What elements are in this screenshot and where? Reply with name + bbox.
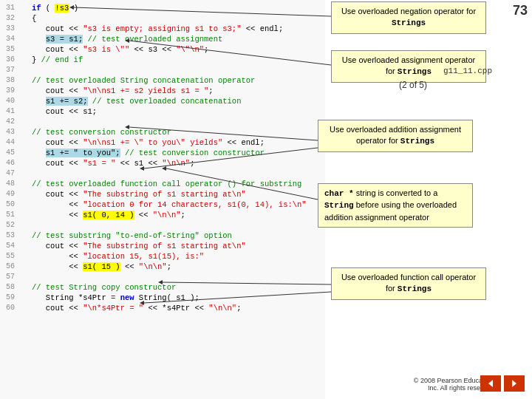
code-panel: 31 if ( !s3 ) 32 { 33 cout << "s3 is emp…	[0, 0, 325, 399]
code-line-50: 50 << "location 0 for 14 characters, s1(…	[1, 200, 324, 210]
code-line-60: 60 cout << "\n*s4Ptr = " << *s4Ptr << "\…	[1, 303, 324, 313]
code-line-45: 45 s1 += " to you"; // test conversion c…	[1, 148, 324, 158]
svg-marker-14	[488, 380, 493, 387]
code-line-31: 31 if ( !s3 )	[1, 3, 324, 13]
page-indicator: (2 of 5)	[399, 80, 427, 90]
callout-function-call-text: Use overloaded function call operator fo…	[341, 273, 476, 293]
callout-negation-text: Use overloaded negation operator for Str…	[341, 7, 476, 27]
callout-function-call: Use overloaded function call operator fo…	[331, 267, 486, 300]
callout-char-note: char * string is converted to a String b…	[318, 183, 473, 228]
nav-buttons	[480, 375, 525, 392]
code-line-57: 57	[1, 272, 324, 282]
code-line-59: 59 String *s4Ptr = new String( s1 );	[1, 293, 324, 303]
code-line-53: 53 // test substring "to-end-of-String" …	[1, 231, 324, 241]
code-line-58: 58 // test String copy constructor	[1, 282, 324, 293]
callout-negation: Use overloaded negation operator for Str…	[331, 1, 486, 34]
forward-button[interactable]	[504, 375, 525, 392]
code-line-54: 54 cout << "The substring of s1 starting…	[1, 241, 324, 251]
back-button[interactable]	[480, 375, 501, 392]
code-line-46: 46 cout << "s1 = " << s1 << "\n\n";	[1, 158, 324, 168]
code-line-42: 42	[1, 117, 324, 127]
code-line-37: 37	[1, 65, 324, 75]
code-line-49: 49 cout << "The substring of s1 starting…	[1, 189, 324, 200]
code-line-43: 43 // test conversion constructor	[1, 127, 324, 137]
svg-marker-15	[512, 380, 516, 387]
callout-addition-assignment: Use overloaded addition assignment opera…	[318, 120, 473, 152]
code-line-55: 55 << "location 15, s1(15), is:"	[1, 251, 324, 262]
code-line-52: 52	[1, 220, 324, 231]
code-line-47: 47	[1, 168, 324, 179]
code-line-34: 34 s3 = s1; // test overloaded assignmen…	[1, 34, 324, 44]
code-line-39: 39 cout << "\n\ns1 += s2 yields s1 = ";	[1, 86, 324, 96]
code-line-56: 56 << s1( 15 ) << "\n\n";	[1, 262, 324, 272]
code-line-36: 36 } // end if	[1, 55, 324, 65]
code-line-44: 44 cout << "\n\ns1 += \" to you\" yields…	[1, 137, 324, 148]
code-line-32: 32 {	[1, 13, 324, 24]
code-line-40: 40 s1 += s2; // test overloaded concaten…	[1, 96, 324, 106]
callout-char-note-text: char * string is converted to a String b…	[324, 188, 457, 222]
code-line-41: 41 cout << s1;	[1, 106, 324, 117]
callout-addition-assignment-text: Use overloaded addition assignment opera…	[330, 125, 461, 145]
code-line-48: 48 // test overloaded function call oper…	[1, 179, 324, 189]
code-line-38: 38 // test overloaded String concatenati…	[1, 75, 324, 86]
slide-number: 73	[513, 3, 528, 18]
code-line-51: 51 << s1( 0, 14 ) << "\n\n";	[1, 210, 324, 220]
code-line-35: 35 cout << "s3 is \"" << s3 << "\"\n";	[1, 44, 324, 55]
code-line-33: 33 cout << "s3 is empty; assigning s1 to…	[1, 24, 324, 34]
file-info: g11_11.cpp	[443, 66, 492, 75]
